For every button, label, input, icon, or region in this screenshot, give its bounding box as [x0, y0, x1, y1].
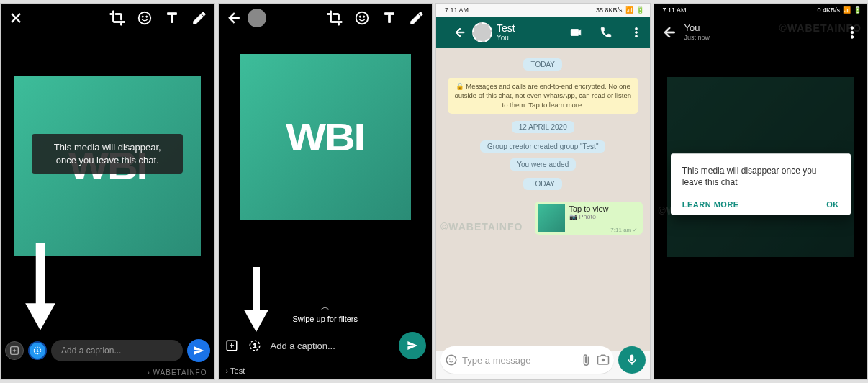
svg-point-14 — [635, 27, 637, 30]
add-media-button[interactable] — [225, 338, 239, 353]
draw-icon[interactable] — [409, 10, 425, 26]
video-call-icon[interactable] — [568, 24, 584, 40]
svg-point-0 — [138, 12, 150, 24]
svg-point-15 — [635, 32, 637, 34]
menu-icon[interactable] — [628, 24, 644, 40]
text-icon[interactable] — [381, 10, 397, 26]
caption-row: 1 Add a caption... — [5, 339, 210, 362]
voice-call-icon[interactable] — [598, 24, 614, 40]
image-logo-text: WBI — [286, 114, 364, 159]
camera-icon[interactable] — [597, 353, 610, 366]
emoji-icon[interactable] — [137, 10, 153, 26]
message-thumb — [538, 204, 565, 232]
ok-button[interactable]: OK — [826, 200, 839, 209]
pointer-arrow — [22, 243, 58, 336]
svg-point-2 — [145, 16, 147, 17]
chevron-up-icon: ︿ — [219, 301, 433, 313]
dialog-text: This media will disappear once you leave… — [682, 165, 839, 189]
view-once-message[interactable]: Tap to view 📷 Photo 7:11 am ✓ — [535, 202, 643, 235]
recipient-avatar — [248, 9, 266, 27]
encryption-note[interactable]: 🔒 Messages and calls are end-to-end encr… — [448, 78, 638, 114]
sys-date: TODAY — [523, 58, 562, 71]
svg-point-8 — [359, 16, 361, 17]
screen-4-viewer: 7:11 AM 0.4KB/s 📶 🔋 You Just now ©WABETA… — [654, 3, 869, 380]
caption-input[interactable]: Add a caption... — [271, 341, 391, 351]
draw-icon[interactable] — [191, 10, 207, 26]
svg-point-7 — [356, 12, 369, 24]
svg-point-21 — [851, 31, 854, 34]
status-time: 7:11 AM — [663, 6, 687, 14]
add-media-button[interactable] — [5, 341, 24, 360]
back-icon[interactable] — [661, 24, 677, 40]
watermark: ©WABETAINFO — [440, 221, 523, 233]
image-preview: WBI This media will disappear, once you … — [14, 76, 201, 256]
recipient-label: Test — [226, 366, 245, 375]
svg-rect-3 — [36, 243, 45, 307]
chat-body[interactable]: TODAY 🔒 Messages and calls are end-to-en… — [436, 48, 650, 351]
signal-icon: 📶 — [843, 6, 851, 14]
back-icon[interactable] — [226, 10, 242, 26]
editor-topbar — [1, 4, 214, 32]
chat-header: Test You — [436, 17, 650, 48]
source-label: › WABETAINFO — [147, 369, 207, 377]
svg-point-1 — [142, 16, 143, 17]
attach-icon[interactable] — [579, 353, 592, 366]
chat-input-row: Type a message — [440, 346, 646, 374]
svg-point-17 — [446, 355, 456, 365]
svg-text:1: 1 — [36, 348, 38, 353]
mic-button[interactable] — [618, 346, 646, 374]
caption-input[interactable]: Add a caption... — [51, 340, 183, 361]
chat-title: Test — [497, 22, 553, 34]
signal-icon: 📶 — [625, 6, 633, 14]
screen-3-chat: 7:11 AM 35.8KB/s 📶 🔋 Test You TODAY 🔒 Me… — [435, 3, 651, 380]
close-icon[interactable] — [8, 10, 24, 26]
svg-text:1: 1 — [253, 343, 256, 349]
swipe-hint[interactable]: ︿ Swipe up for filters — [219, 301, 433, 323]
input-placeholder: Type a message — [462, 355, 575, 366]
battery-icon: 🔋 — [636, 6, 644, 14]
caption-placeholder: Add a caption... — [61, 346, 121, 356]
caption-placeholder: Add a caption... — [271, 341, 335, 351]
status-bar: 7:11 AM 35.8KB/s 📶 🔋 — [436, 4, 650, 17]
status-bar: 7:11 AM 0.4KB/s 📶 🔋 — [654, 4, 868, 17]
screen-1-media-editor: WBI This media will disappear, once you … — [0, 3, 215, 380]
media-viewer-header: You Just now — [654, 17, 868, 48]
message-input[interactable]: Type a message — [440, 346, 614, 374]
sys-bubble: Group creator created group "Test" — [480, 140, 605, 153]
chat-subtitle: You — [497, 34, 553, 42]
image-preview: WBI — [240, 54, 411, 220]
sys-bubble: You were added — [510, 158, 576, 171]
svg-point-19 — [452, 359, 453, 360]
battery-icon: 🔋 — [854, 6, 862, 14]
msg-line2: 📷 Photo — [569, 213, 609, 220]
disappear-toast: This media will disappear, once you leav… — [32, 134, 183, 174]
crop-icon[interactable] — [109, 10, 125, 26]
send-button[interactable] — [187, 339, 210, 362]
sys-date: 12 APRIL 2020 — [512, 121, 574, 133]
status-time: 7:11 AM — [445, 6, 469, 14]
crop-icon[interactable] — [327, 10, 343, 26]
caption-row: 1 Add a caption... — [225, 332, 427, 359]
sys-date: TODAY — [523, 178, 562, 190]
screen-2-media-editor: WBI ︿ Swipe up for filters 1 Add a capti… — [218, 3, 433, 380]
send-button[interactable] — [399, 332, 426, 359]
menu-icon[interactable] — [844, 24, 860, 40]
viewer-time: Just now — [684, 34, 838, 41]
viewer-title-block: You Just now — [684, 23, 838, 41]
status-net: 35.8KB/s — [596, 6, 623, 14]
learn-more-button[interactable]: LEARN MORE — [682, 200, 739, 209]
emoji-icon[interactable] — [445, 353, 458, 366]
group-avatar[interactable] — [472, 22, 492, 42]
text-icon[interactable] — [164, 10, 180, 26]
view-once-toggle[interactable]: 1 — [28, 341, 47, 360]
msg-line1: Tap to view — [569, 204, 609, 213]
emoji-icon[interactable] — [354, 10, 370, 26]
back-icon[interactable] — [452, 24, 468, 40]
chat-title-block[interactable]: Test You — [497, 22, 553, 42]
svg-point-16 — [635, 35, 637, 37]
status-net: 0.4KB/s — [817, 6, 840, 14]
viewer-sender: You — [684, 23, 838, 34]
view-once-toggle[interactable]: 1 — [248, 338, 262, 353]
svg-point-9 — [363, 16, 365, 17]
svg-point-22 — [851, 36, 854, 39]
